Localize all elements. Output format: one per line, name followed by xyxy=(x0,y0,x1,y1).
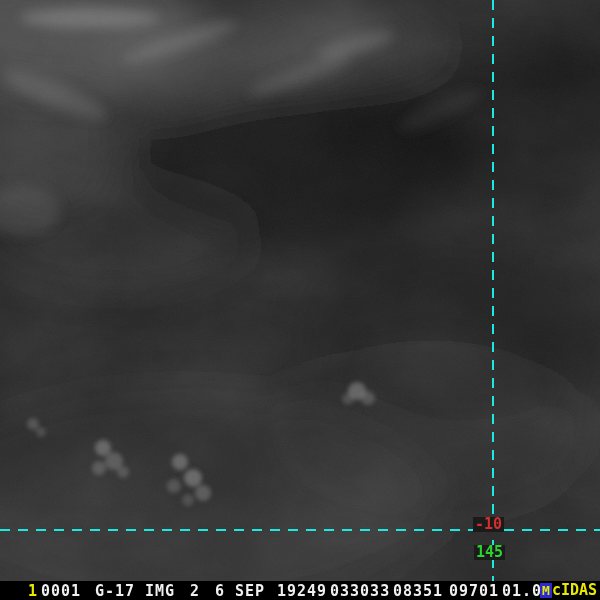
vertical-gridline-value: 145 xyxy=(474,545,505,560)
status-field-element: 09701 xyxy=(449,584,499,598)
status-field-line: 08351 xyxy=(393,584,443,598)
mcidas-logo-m-block: M xyxy=(540,583,552,598)
mcidas-logo-text: cIDAS xyxy=(552,583,597,598)
status-field-band: 2 xyxy=(190,584,200,598)
frame-number: 1 xyxy=(28,584,38,598)
status-field-time: 033033 xyxy=(330,584,390,598)
satellite-cloud-image xyxy=(0,0,600,581)
vertical-gridline xyxy=(492,0,494,581)
horizontal-gridline-value: -10 xyxy=(473,517,504,532)
satellite-image-display[interactable] xyxy=(0,0,600,581)
status-bar: 1 0001 G-17 IMG 2 6 SEP 19249 033033 083… xyxy=(0,581,600,600)
status-field-satellite: G-17 xyxy=(95,584,135,598)
status-field-month: SEP xyxy=(235,584,265,598)
status-field-dataset: 0001 xyxy=(41,584,81,598)
mcidas-window: -10 145 1 0001 G-17 IMG 2 6 SEP 19249 03… xyxy=(0,0,600,600)
status-field-type: IMG xyxy=(145,584,175,598)
horizontal-gridline xyxy=(0,529,600,531)
status-field-julian: 19249 xyxy=(277,584,327,598)
status-field-day: 6 xyxy=(215,584,225,598)
